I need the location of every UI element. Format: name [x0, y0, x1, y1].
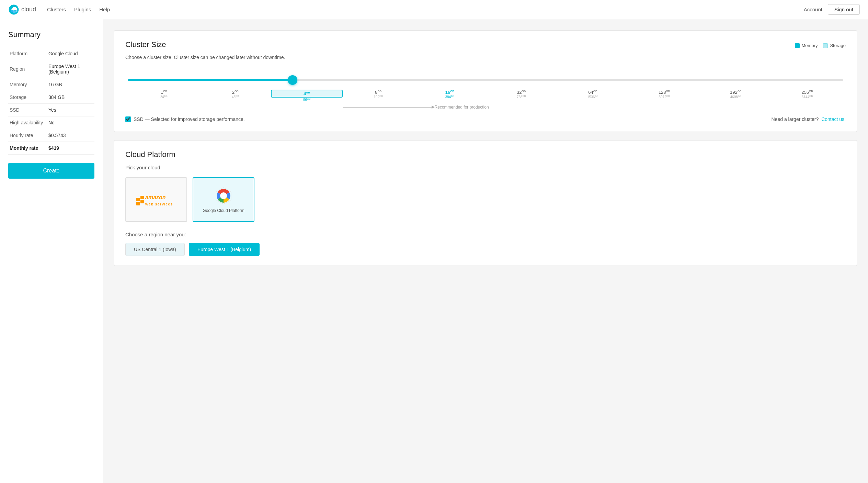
summary-row: Platform Google Cloud — [8, 47, 94, 60]
region-europe-west[interactable]: Europe West 1 (Belgium) — [189, 243, 260, 256]
account-link[interactable]: Account — [804, 7, 822, 12]
summary-row: High availability No — [8, 116, 94, 129]
summary-value: Google Cloud — [47, 47, 94, 60]
nav-help[interactable]: Help — [99, 7, 110, 12]
summary-row: Memory 16 GB — [8, 78, 94, 91]
tick-item: 128GB 3072GB — [628, 90, 700, 102]
summary-row: Storage 384 GB — [8, 91, 94, 104]
nav-clusters[interactable]: Clusters — [47, 7, 66, 12]
summary-value: $419 — [47, 142, 94, 155]
main-content: Cluster Size Choose a cluster size. Clus… — [103, 19, 868, 483]
summary-label: SSD — [8, 104, 47, 116]
summary-value: Europe West 1 (Belgium) — [47, 60, 94, 78]
tick-item: 32GB 768GB — [486, 90, 557, 102]
slider-ticks: 1GB 24GB 2GB 48GB 4GB 96GB 8GB 192GB 16G… — [128, 90, 843, 102]
legend-memory: Memory — [795, 43, 818, 48]
aws-card[interactable]: amazon web services — [125, 177, 187, 222]
legend: Memory Storage — [795, 43, 846, 48]
summary-label: High availability — [8, 116, 47, 129]
svg-point-3 — [15, 10, 18, 12]
cluster-size-title: Cluster Size — [125, 40, 285, 49]
region-options: US Central 1 (Iowa) Europe West 1 (Belgi… — [125, 243, 846, 256]
legend-memory-label: Memory — [802, 43, 818, 48]
ssd-label: SSD — Selected for improved storage perf… — [134, 116, 245, 122]
page-wrapper: Summary Platform Google CloudRegion Euro… — [0, 19, 868, 483]
cloud-options: amazon web services — [125, 177, 846, 222]
region-label: Choose a region near you: — [125, 232, 846, 237]
region-us-central[interactable]: US Central 1 (Iowa) — [125, 243, 185, 256]
svg-rect-4 — [136, 198, 140, 201]
summary-label: Region — [8, 60, 47, 78]
summary-value: $0.5743 — [47, 129, 94, 142]
summary-label: Platform — [8, 47, 47, 60]
tick-item: 16GB 384GB — [414, 90, 486, 102]
tick-item: 256GB 6144GB — [772, 90, 843, 102]
header: cloud Clusters Plugins Help Account Sign… — [0, 0, 868, 19]
logo[interactable]: cloud — [8, 4, 36, 15]
cluster-size-subtitle: Choose a cluster size. Cluster size can … — [125, 55, 285, 60]
tick-item: 4GB 96GB — [271, 90, 342, 102]
ssd-checkbox[interactable] — [125, 116, 131, 122]
nav-plugins[interactable]: Plugins — [74, 7, 91, 12]
summary-value: No — [47, 116, 94, 129]
ssd-row: SSD — Selected for improved storage perf… — [125, 116, 846, 122]
header-right: Account Sign out — [804, 4, 860, 15]
summary-row: Region Europe West 1 (Belgium) — [8, 60, 94, 78]
aws-logo-svg: amazon web services — [136, 191, 177, 208]
logo-text: cloud — [21, 6, 36, 13]
signout-button[interactable]: Sign out — [828, 4, 860, 15]
gcp-logo-svg — [214, 186, 233, 205]
svg-rect-6 — [140, 200, 144, 203]
cloud-platform-title: Cloud Platform — [125, 150, 846, 159]
recommended-bar: ▶ Recommended for production — [343, 105, 843, 110]
tick-item: 8GB 192GB — [343, 90, 414, 102]
contact-link[interactable]: Contact us. — [821, 116, 846, 122]
larger-cluster-text: Need a larger cluster? — [772, 116, 819, 122]
larger-cluster: Need a larger cluster? Contact us. — [772, 116, 846, 122]
tick-item: 64GB 1536GB — [557, 90, 628, 102]
summary-value: Yes — [47, 104, 94, 116]
summary-row: Hourly rate $0.5743 — [8, 129, 94, 142]
storage-dot — [823, 43, 828, 48]
summary-value: 384 GB — [47, 91, 94, 104]
svg-text:web services: web services — [145, 202, 173, 206]
logo-icon — [8, 4, 19, 15]
memory-dot — [795, 43, 800, 48]
gcp-card[interactable]: Google Cloud Platform — [193, 177, 254, 222]
tick-item: 1GB 24GB — [128, 90, 199, 102]
slider-track-fill — [128, 79, 293, 81]
legend-storage: Storage — [823, 43, 846, 48]
svg-point-1 — [11, 10, 13, 12]
svg-point-11 — [220, 192, 227, 199]
summary-label: Memory — [8, 78, 47, 91]
sidebar: Summary Platform Google CloudRegion Euro… — [0, 19, 103, 483]
summary-label: Hourly rate — [8, 129, 47, 142]
legend-storage-label: Storage — [830, 43, 846, 48]
summary-label: Storage — [8, 91, 47, 104]
main-nav: Clusters Plugins Help — [47, 7, 804, 12]
svg-rect-5 — [140, 196, 144, 199]
summary-title: Summary — [8, 30, 94, 39]
slider-visual — [128, 75, 843, 86]
summary-row: SSD Yes — [8, 104, 94, 116]
cloud-platform-section: Cloud Platform Pick your cloud: amazon w… — [114, 140, 857, 266]
svg-text:amazon: amazon — [145, 194, 166, 200]
cluster-size-section: Cluster Size Choose a cluster size. Clus… — [114, 30, 857, 132]
tick-item: 2GB 48GB — [199, 90, 271, 102]
summary-value: 16 GB — [47, 78, 94, 91]
recommended-text: Recommended for production — [435, 105, 489, 110]
create-button[interactable]: Create — [8, 163, 94, 179]
slider-thumb[interactable] — [288, 75, 297, 85]
summary-row: Monthly rate $419 — [8, 142, 94, 155]
pick-cloud-label: Pick your cloud: — [125, 165, 846, 170]
svg-rect-7 — [136, 202, 140, 205]
svg-point-2 — [13, 10, 16, 13]
rec-line: ▶ — [343, 107, 432, 108]
tick-item: 192GB 4608GB — [700, 90, 772, 102]
gcp-label: Google Cloud Platform — [203, 208, 244, 213]
summary-table: Platform Google CloudRegion Europe West … — [8, 47, 94, 155]
summary-label: Monthly rate — [8, 142, 47, 155]
